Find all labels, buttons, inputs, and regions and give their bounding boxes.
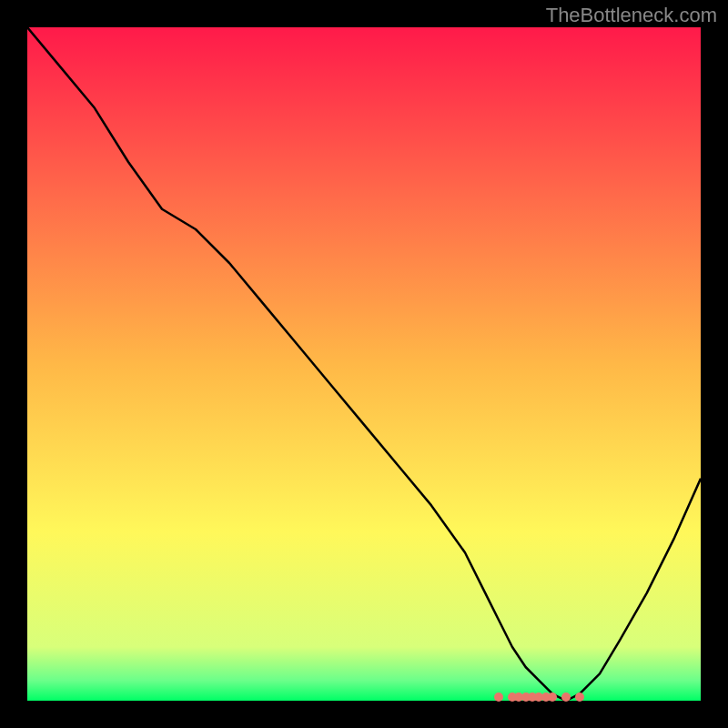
scatter-point <box>561 693 571 702</box>
scatter-point <box>548 693 557 702</box>
scatter-point <box>575 693 584 702</box>
plot-area <box>27 27 701 701</box>
scatter-points-layer <box>27 27 701 701</box>
scatter-point <box>494 693 503 702</box>
watermark-text: TheBottleneck.com <box>546 4 717 27</box>
